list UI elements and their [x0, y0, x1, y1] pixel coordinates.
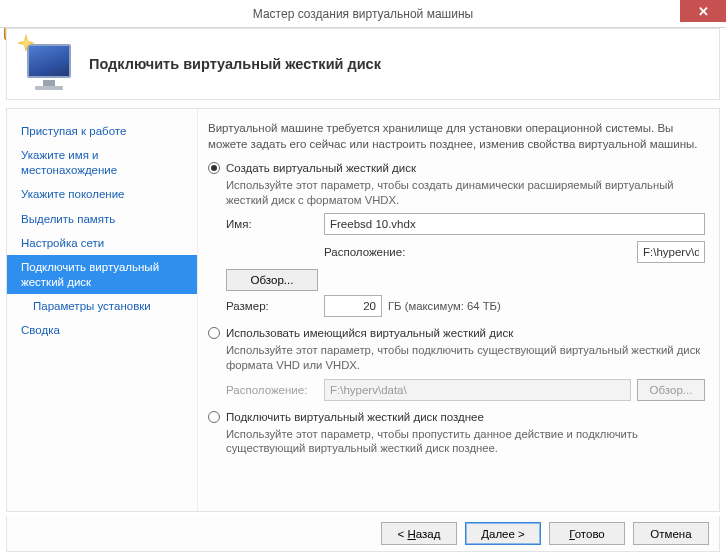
sidebar-item-install-options[interactable]: Параметры установки: [7, 294, 197, 318]
existing-location-label: Расположение:: [226, 384, 318, 396]
close-icon: ✕: [698, 4, 709, 19]
option-use-existing-label: Использовать имеющийся виртуальный жестк…: [226, 327, 513, 339]
close-button[interactable]: ✕: [680, 0, 726, 22]
titlebar: Мастер создания виртуальной машины ✕: [0, 0, 726, 28]
size-unit-hint: ГБ (максимум: 64 ТБ): [388, 300, 501, 312]
main-area: Приступая к работе Укажите имя и местона…: [6, 108, 720, 512]
next-button[interactable]: Далее >: [465, 522, 541, 545]
option-create-disk-desc: Используйте этот параметр, чтобы создать…: [226, 178, 705, 207]
sidebar-item-summary[interactable]: Сводка: [7, 318, 197, 342]
sidebar-item-generation[interactable]: Укажите поколение: [7, 182, 197, 206]
disk-size-input[interactable]: [324, 295, 382, 317]
option-attach-later-label: Подключить виртуальный жесткий диск позд…: [226, 411, 484, 423]
option-attach-later-desc: Используйте этот параметр, чтобы пропуст…: [226, 427, 705, 456]
wizard-footer: < Назад Далее > Готово Отмена: [6, 516, 720, 552]
disk-name-input[interactable]: [324, 213, 705, 235]
option-create-disk-label: Создать виртуальный жесткий диск: [226, 162, 416, 174]
finish-button[interactable]: Готово: [549, 522, 625, 545]
browse-button[interactable]: Обзор...: [226, 269, 318, 291]
wizard-icon: [19, 36, 75, 92]
sidebar-item-name-location[interactable]: Укажите имя и местонахождение: [7, 143, 197, 182]
intro-text: Виртуальной машине требуется хранилище д…: [208, 121, 705, 152]
radio-attach-later[interactable]: [208, 411, 220, 423]
option-create-disk: Создать виртуальный жесткий диск Использ…: [208, 162, 705, 317]
location-label: Расположение:: [324, 246, 631, 258]
sidebar-item-getting-started[interactable]: Приступая к работе: [7, 119, 197, 143]
existing-location-input: [324, 379, 631, 401]
disk-location-input[interactable]: [637, 241, 705, 263]
back-button[interactable]: < Назад: [381, 522, 457, 545]
content-pane: Виртуальной машине требуется хранилище д…: [197, 109, 719, 511]
wizard-steps-sidebar: Приступая к работе Укажите имя и местона…: [7, 109, 197, 511]
name-label: Имя:: [226, 218, 318, 230]
sidebar-item-memory[interactable]: Выделить память: [7, 207, 197, 231]
sidebar-item-connect-vhd[interactable]: Подключить виртуальный жесткий диск: [7, 255, 197, 294]
size-label: Размер:: [226, 300, 318, 312]
existing-browse-button: Обзор...: [637, 379, 705, 401]
radio-create-disk[interactable]: [208, 162, 220, 174]
option-attach-later: Подключить виртуальный жесткий диск позд…: [208, 411, 705, 456]
option-use-existing: Использовать имеющийся виртуальный жестк…: [208, 327, 705, 400]
sidebar-item-network[interactable]: Настройка сети: [7, 231, 197, 255]
cancel-button[interactable]: Отмена: [633, 522, 709, 545]
wizard-header: Подключить виртуальный жесткий диск: [6, 28, 720, 100]
option-use-existing-desc: Используйте этот параметр, чтобы подключ…: [226, 343, 705, 372]
page-title: Подключить виртуальный жесткий диск: [89, 56, 381, 72]
radio-use-existing[interactable]: [208, 327, 220, 339]
window-title: Мастер создания виртуальной машины: [253, 7, 473, 21]
